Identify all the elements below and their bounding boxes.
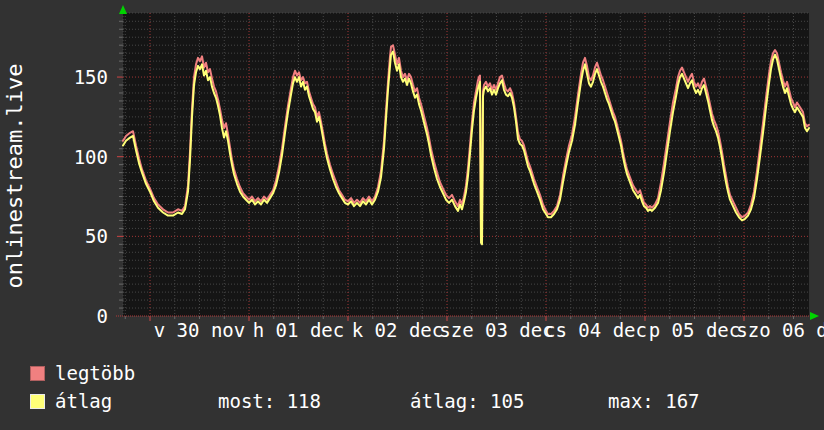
y-tick-label: 0 (54, 306, 108, 326)
y-tick-label: 100 (54, 147, 108, 167)
stat-atlag: átlag: 105 (410, 391, 524, 411)
y-axis-title: onlinestream.live (2, 63, 27, 288)
legend-label-atlag: átlag (55, 391, 112, 411)
legend-swatch-legtobb (30, 366, 45, 381)
legend-swatch-atlag (30, 394, 45, 409)
y-tick-label: 150 (54, 67, 108, 87)
y-axis-arrow-icon (119, 5, 127, 14)
y-tick-label: 50 (54, 226, 108, 246)
stat-most: most: 118 (218, 391, 321, 411)
stat-max: max: 167 (608, 391, 700, 411)
x-tick-label: szo 06 dec (704, 320, 824, 340)
rrd-graph: onlinestream.live 050100150v 30 novh 01 … (0, 0, 824, 430)
legend-label-legtobb: legtöbb (55, 363, 135, 383)
